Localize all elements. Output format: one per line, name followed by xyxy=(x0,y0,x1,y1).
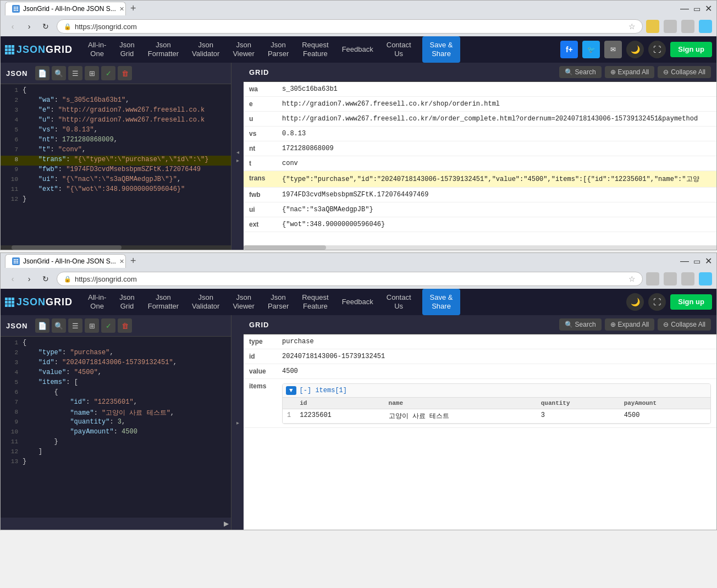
nav-json-grid-1[interactable]: JsonGrid xyxy=(113,36,141,63)
reload-btn-2[interactable]: ↻ xyxy=(38,271,53,287)
nav-all-in-one-1[interactable]: All-in-One xyxy=(81,36,113,63)
nav-json-formatter-1[interactable]: JsonFormatter xyxy=(141,36,185,63)
nav-all-in-one-2[interactable]: All-in-One xyxy=(81,289,113,315)
splitter-2[interactable]: ▸ xyxy=(231,315,244,530)
security-icon-2: 🔒 xyxy=(64,276,71,283)
filter-icon[interactable]: ▼ xyxy=(286,386,296,395)
profile-btn-1[interactable] xyxy=(664,20,677,33)
grid-search-btn-1[interactable]: 🔍 Search xyxy=(559,66,602,78)
nav-feedback-1[interactable]: Feedback xyxy=(335,36,380,63)
val-cell: 1721280868009 xyxy=(277,141,716,156)
table-btn-1[interactable]: ⊞ xyxy=(85,66,99,80)
sync-btn-2[interactable] xyxy=(699,272,712,285)
forward-btn-1[interactable]: › xyxy=(21,19,37,34)
extensions-btn-1[interactable] xyxy=(646,20,659,33)
back-btn-1[interactable]: ‹ xyxy=(5,19,20,34)
nav-json-validator-2[interactable]: JsonValidator xyxy=(185,289,226,315)
json-toolbar-2: 📄 🔍 ☰ ⊞ ✓ 🗑 xyxy=(35,318,132,333)
clear-btn-2[interactable]: 🗑 xyxy=(118,318,132,333)
forward-btn-2[interactable]: › xyxy=(21,271,37,287)
nav-json-validator-1[interactable]: JsonValidator xyxy=(185,36,226,63)
table-btn-2[interactable]: ⊞ xyxy=(85,318,99,333)
nav-json-grid-2[interactable]: JsonGrid xyxy=(113,289,141,315)
close-btn-1[interactable]: ✕ xyxy=(705,3,712,14)
signup-btn-2[interactable]: Sign up xyxy=(670,294,712,310)
grid-table-2[interactable]: type purchase id 20240718143006-15739132… xyxy=(244,334,716,530)
more-btn-2[interactable] xyxy=(681,272,694,285)
extensions-btn-2[interactable] xyxy=(646,272,659,285)
grid-actions-1: 🔍 Search ⊕ Expand All ⊖ Collapse All xyxy=(559,66,711,78)
tab-favicon-2 xyxy=(12,257,20,265)
back-btn-2[interactable]: ‹ xyxy=(5,271,20,287)
nav-json-formatter-2[interactable]: JsonFormatter xyxy=(141,289,185,315)
json-line-8: 8 "trans": "{\"type\":\"purchase\",\"id\… xyxy=(1,156,231,166)
address-bar-row-1: ‹ › ↻ 🔒 https://jsongrid.com ☆ xyxy=(1,17,716,36)
facebook-btn-1[interactable]: f+ xyxy=(560,41,578,58)
grid-expand-btn-1[interactable]: ⊕ Expand All xyxy=(605,66,655,78)
logo-text-2[interactable]: JSONGRID xyxy=(16,296,73,308)
minimize-btn-2[interactable]: — xyxy=(680,257,689,266)
expand-toggle-2[interactable]: ▶ xyxy=(1,518,231,530)
address-bar-2[interactable]: 🔒 https://jsongrid.com ☆ xyxy=(57,272,643,286)
address-bar-1[interactable]: 🔒 https://jsongrid.com ☆ xyxy=(57,19,643,34)
nav-json-parser-1[interactable]: JsonParser xyxy=(261,36,295,63)
json-content-1[interactable]: 1 { 2 "wa": "s_305c16ba63b1", 3 "e": "ht… xyxy=(1,84,231,245)
maximize-btn-2[interactable]: ▭ xyxy=(693,257,701,266)
sync-btn-1[interactable] xyxy=(699,20,712,33)
splitter-1[interactable]: ◂ ▸ xyxy=(231,63,244,250)
nav-request-feature-2[interactable]: RequestFeature xyxy=(295,289,335,315)
tab-1[interactable]: JsonGrid - All-In-One JSON S... ✕ xyxy=(5,2,126,15)
search-btn-2[interactable]: 🔍 xyxy=(52,318,66,333)
bookmark-icon-2[interactable]: ☆ xyxy=(628,274,636,283)
fullscreen-btn-1[interactable]: ⛶ xyxy=(648,41,666,58)
nav-json-parser-2[interactable]: JsonParser xyxy=(261,289,295,315)
clear-btn-1[interactable]: 🗑 xyxy=(118,66,132,80)
list-btn-1[interactable]: ☰ xyxy=(68,66,82,80)
json-content-2[interactable]: 1 { 2 "type": "purchase", 3 "id": "20240… xyxy=(1,337,231,518)
nav-contact-us-1[interactable]: ContactUs xyxy=(380,36,418,63)
dark-mode-btn-1[interactable]: 🌙 xyxy=(626,41,644,58)
table-row: e http://gradion7.www267.freesell.co.kr/… xyxy=(244,97,716,112)
nav-json-viewer-2[interactable]: JsonViewer xyxy=(226,289,261,315)
grid-search-btn-2[interactable]: 🔍 Search xyxy=(559,318,602,331)
tab-close-2[interactable]: ✕ xyxy=(119,258,124,265)
tab-bar-1: JsonGrid - All-In-One JSON S... ✕ + xyxy=(5,2,140,15)
nested-label[interactable]: [-] items[1] xyxy=(300,387,347,394)
close-btn-2[interactable]: ✕ xyxy=(705,256,712,266)
reload-btn-1[interactable]: ↻ xyxy=(38,19,53,34)
validate-btn-1[interactable]: ✓ xyxy=(101,66,115,80)
bookmark-icon-1[interactable]: ☆ xyxy=(628,22,636,31)
profile-btn-2[interactable] xyxy=(664,272,677,285)
list-btn-2[interactable]: ☰ xyxy=(68,318,82,333)
json-hscroll-1[interactable] xyxy=(1,245,231,250)
tab-2[interactable]: JsonGrid - All-In-One JSON S... ✕ xyxy=(5,254,126,268)
more-btn-1[interactable] xyxy=(681,20,694,33)
new-doc-btn-2[interactable]: 📄 xyxy=(35,318,49,333)
minimize-btn-1[interactable]: — xyxy=(680,4,689,13)
validate-btn-2[interactable]: ✓ xyxy=(101,318,115,333)
grid-table-1[interactable]: wa s_305c16ba63b1 e http://gradion7.www2… xyxy=(244,82,716,245)
nav-feedback-2[interactable]: Feedback xyxy=(335,289,380,315)
twitter-btn-1[interactable]: 🐦 xyxy=(582,41,600,58)
fullscreen-btn-2[interactable]: ⛶ xyxy=(648,293,666,311)
signup-btn-1[interactable]: Sign up xyxy=(670,42,712,57)
tab-close-1[interactable]: ✕ xyxy=(119,6,124,13)
search-btn-1[interactable]: 🔍 xyxy=(52,66,66,80)
email-btn-1[interactable]: ✉ xyxy=(604,41,622,58)
key-cell: trans xyxy=(244,171,277,188)
maximize-btn-1[interactable]: ▭ xyxy=(693,4,701,13)
new-tab-btn-2[interactable]: + xyxy=(127,255,140,267)
nav-request-feature-1[interactable]: RequestFeature xyxy=(295,36,335,63)
grid-collapse-btn-1[interactable]: ⊖ Collapse All xyxy=(658,66,711,78)
grid-collapse-btn-2[interactable]: ⊖ Collapse All xyxy=(658,318,711,331)
new-tab-btn-1[interactable]: + xyxy=(127,3,140,14)
nav-contact-us-2[interactable]: ContactUs xyxy=(380,289,418,315)
nav-save-share-1[interactable]: Save &Share xyxy=(422,36,461,63)
nav-json-viewer-1[interactable]: JsonViewer xyxy=(226,36,261,63)
new-doc-btn-1[interactable]: 📄 xyxy=(35,66,49,80)
nav-save-share-2[interactable]: Save &Share xyxy=(422,289,461,315)
dark-mode-btn-2[interactable]: 🌙 xyxy=(626,293,644,311)
grid-expand-btn-2[interactable]: ⊕ Expand All xyxy=(605,318,655,331)
grid-hscroll-1[interactable] xyxy=(244,245,716,250)
logo-text-1[interactable]: JSONGRID xyxy=(16,44,73,56)
